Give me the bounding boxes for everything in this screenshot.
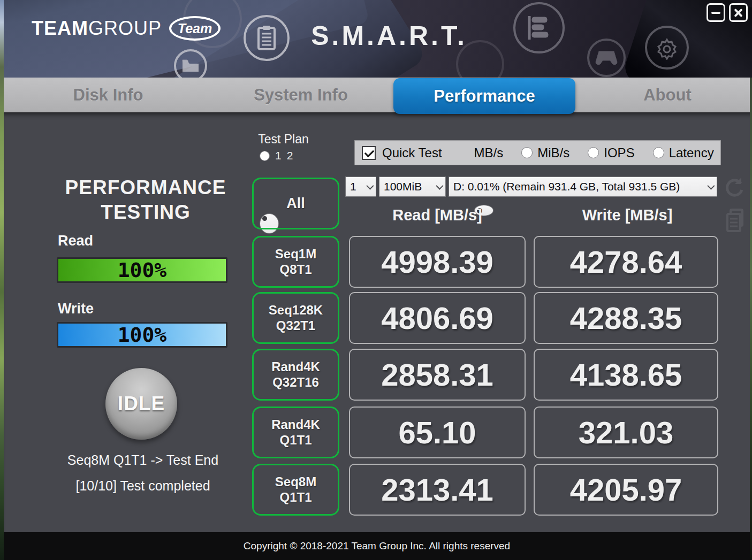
result-write-rand4k-q32t16: 4138.65 — [534, 349, 718, 401]
read-column-header: Read [MB/s] — [349, 206, 526, 224]
brand-team-text: TEAM — [32, 17, 88, 40]
footer-bar: Copyright © 2018-2021 Team Group Inc. Al… — [4, 532, 750, 560]
report-icon[interactable] — [725, 209, 746, 234]
unit-latency[interactable]: Latency — [653, 145, 714, 160]
test-button-seq8m-q1t1[interactable]: Seq8MQ1T1 — [252, 464, 339, 516]
test-plan-option-1: 1 — [275, 149, 282, 162]
unit-iops-radio[interactable] — [588, 147, 599, 158]
result-read-rand4k-q32t16: 2858.31 — [349, 349, 526, 401]
quick-test-checkbox[interactable] — [362, 146, 376, 160]
close-button[interactable] — [729, 3, 748, 22]
test-button-seq1m-q8t1[interactable]: Seq1MQ8T1 — [252, 236, 339, 288]
test-plan-radio-1[interactable] — [260, 151, 270, 161]
header-banner: TEAMGROUP Team S.M.A.R.T. — [4, 0, 752, 78]
chevron-down-icon — [707, 182, 715, 190]
result-write-rand4k-q1t1: 321.03 — [534, 406, 718, 458]
tab-system-info[interactable]: System Info — [229, 78, 373, 112]
read-progress-bar: 100% — [57, 257, 227, 283]
copyright-text: Copyright © 2018-2021 Team Group Inc. Al… — [244, 540, 510, 552]
chevron-down-icon — [436, 182, 443, 190]
status-line-1: Seq8M Q1T1 -> Test End — [36, 452, 250, 468]
tab-bar: Disk Info System Info About — [4, 78, 752, 112]
test-button-all[interactable]: All — [252, 178, 339, 229]
write-progress-label: Write — [58, 301, 94, 317]
quick-test-label: Quick Test — [382, 145, 442, 160]
result-write-seq128k: 4288.35 — [534, 292, 718, 344]
smart-app-window: TEAMGROUP Team S.M.A.R.T. Disk Info Syst… — [0, 0, 752, 560]
panel-title: PERFORMANCE TESTING — [55, 175, 237, 225]
loop-count-select[interactable]: 1 — [345, 177, 376, 197]
write-progress-value: 100% — [118, 323, 167, 347]
desktop-wallpaper-left — [0, 0, 4, 560]
performance-panel: PERFORMANCE TESTING Read 100% Write 100%… — [4, 112, 752, 532]
unit-mibs[interactable]: MiB/s — [521, 145, 569, 160]
tab-performance[interactable]: Performance — [393, 78, 575, 114]
result-read-seq1m: 4998.39 — [349, 236, 526, 288]
desktop-wallpaper-right — [750, 78, 752, 560]
refresh-icon[interactable] — [723, 175, 746, 200]
test-plan-option-2: 2 — [287, 149, 293, 162]
target-drive-select[interactable]: D: 0.01% (Remain 931.4 GB, Total 931.5 G… — [449, 177, 717, 197]
write-progress-bar: 100% — [57, 322, 227, 348]
test-button-rand4k-q1t1[interactable]: Rand4KQ1T1 — [252, 406, 339, 458]
result-write-seq8m: 4205.97 — [534, 464, 718, 516]
result-write-seq1m: 4278.64 — [534, 236, 718, 288]
team-oval-logo: Team — [169, 16, 221, 41]
clipboard-icon — [244, 15, 290, 61]
gamepad-icon — [587, 39, 626, 77]
teamgroup-logo: TEAMGROUP Team — [32, 16, 221, 41]
result-read-rand4k-q1t1: 65.10 — [349, 406, 526, 458]
tab-disk-info[interactable]: Disk Info — [36, 78, 180, 112]
test-button-seq128k-q32t1[interactable]: Seq128KQ32T1 — [252, 292, 339, 344]
test-plan-radios: 1 2 — [260, 149, 293, 162]
chevron-down-icon — [366, 182, 374, 190]
unit-mbs[interactable]: MB/s — [474, 145, 504, 160]
bar-chart-icon — [513, 2, 565, 53]
minimize-icon — [711, 12, 720, 14]
test-size-select[interactable]: 100MiB — [379, 177, 446, 197]
idle-state-button[interactable]: IDLE — [105, 368, 177, 440]
unit-iops[interactable]: IOPS — [588, 145, 634, 160]
status-line-2: [10/10] Test completed — [36, 478, 250, 494]
folder-icon — [174, 49, 207, 78]
minimize-button[interactable] — [707, 3, 725, 22]
result-read-seq8m: 2313.41 — [349, 464, 526, 516]
gear-icon — [645, 26, 689, 70]
read-progress-label: Read — [58, 233, 93, 249]
test-button-rand4k-q32t16[interactable]: Rand4KQ32T16 — [252, 349, 339, 401]
unit-mibs-radio[interactable] — [521, 147, 533, 158]
result-read-seq128k: 4806.69 — [349, 292, 526, 344]
unit-latency-radio[interactable] — [653, 147, 664, 158]
test-plan-label: Test Plan — [247, 132, 320, 147]
app-title: S.M.A.R.T. — [303, 20, 475, 51]
write-column-header: Write [MB/s] — [536, 206, 718, 224]
brand-group-text: GROUP — [88, 17, 162, 40]
options-bar: Quick Test MB/s MiB/s IOPS Latency — [354, 140, 721, 165]
tab-about[interactable]: About — [595, 78, 740, 112]
read-progress-value: 100% — [118, 258, 167, 282]
